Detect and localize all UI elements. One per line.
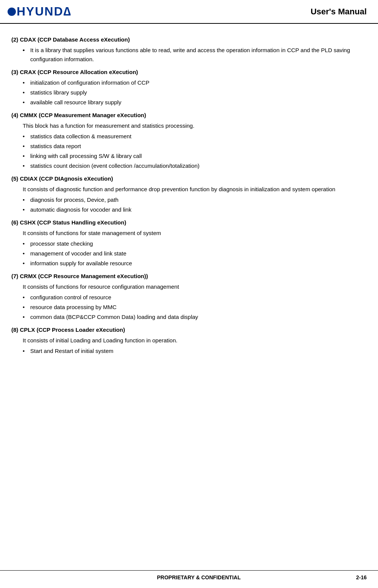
section-cmmx-bullets: statistics data collection & measurement… bbox=[23, 132, 367, 170]
page-title: User's Manual bbox=[311, 7, 367, 17]
section-crax-heading: (3) CRAX (CCP Resource Allocation eXecut… bbox=[11, 68, 367, 77]
section-cmmx: (4) CMMX (CCP Measurement Manager eXecut… bbox=[11, 111, 367, 170]
section-crmx-bullets: configuration control of resource resour… bbox=[23, 293, 367, 322]
list-item: automatic diagnosis for vocoder and link bbox=[23, 205, 367, 214]
list-item: statistics data report bbox=[23, 142, 367, 151]
section-cshx-bullets: processor state checking management of v… bbox=[23, 239, 367, 268]
logo: HYUND∆ bbox=[8, 5, 71, 19]
list-item: available call resource library supply bbox=[23, 98, 367, 107]
section-cplx: (8) CPLX (CCP Process Loader eXecution) … bbox=[11, 325, 367, 356]
section-crmx-desc: It consists of functions for resource co… bbox=[23, 282, 367, 291]
section-cdax-desc: • It is a library that supplies various … bbox=[23, 46, 367, 64]
footer-label: PROPRIETARY & CONFIDENTIAL bbox=[42, 574, 356, 580]
list-item: management of vocoder and link state bbox=[23, 249, 367, 258]
section-cdiax-heading: (5) CDIAX (CCP DIAgnosis eXecution) bbox=[11, 174, 367, 183]
list-item: initialization of configuration informat… bbox=[23, 78, 367, 87]
section-cplx-heading: (8) CPLX (CCP Process Loader eXecution) bbox=[11, 325, 367, 334]
list-item: configuration control of resource bbox=[23, 293, 367, 302]
page-content: (2) CDAX (CCP Database Access eXecution)… bbox=[0, 28, 378, 361]
section-cmmx-desc: This block has a function for measuremen… bbox=[23, 121, 367, 130]
section-cplx-bullets: Start and Restart of initial system bbox=[23, 347, 367, 356]
list-item: resource data processing by MMC bbox=[23, 303, 367, 312]
logo-text: HYUND∆ bbox=[17, 5, 71, 19]
section-cdiax-desc: It consists of diagnostic function and p… bbox=[23, 185, 367, 194]
section-cdax: (2) CDAX (CCP Database Access eXecution)… bbox=[11, 35, 367, 64]
section-cdax-heading: (2) CDAX (CCP Database Access eXecution) bbox=[11, 35, 367, 44]
logo-dot-icon bbox=[8, 8, 16, 16]
list-item: common data (BCP&CCP Common Data) loadin… bbox=[23, 313, 367, 322]
list-item: linking with call processing S/W & libra… bbox=[23, 152, 367, 161]
section-crmx-heading: (7) CRMX (CCP Resource Management eXecut… bbox=[11, 272, 367, 281]
list-item: diagnosis for process, Device, path bbox=[23, 195, 367, 204]
section-cdiax-bullets: diagnosis for process, Device, path auto… bbox=[23, 195, 367, 214]
section-cdiax: (5) CDIAX (CCP DIAgnosis eXecution) It c… bbox=[11, 174, 367, 214]
list-item: statistics library supply bbox=[23, 88, 367, 97]
page-footer: PROPRIETARY & CONFIDENTIAL 2-16 bbox=[0, 570, 378, 580]
section-crax: (3) CRAX (CCP Resource Allocation eXecut… bbox=[11, 68, 367, 107]
list-item: information supply for available resourc… bbox=[23, 259, 367, 268]
page-number: 2-16 bbox=[356, 574, 367, 580]
section-crax-bullets: initialization of configuration informat… bbox=[23, 78, 367, 107]
list-item: Start and Restart of initial system bbox=[23, 347, 367, 356]
section-cmmx-heading: (4) CMMX (CCP Measurement Manager eXecut… bbox=[11, 111, 367, 120]
section-crmx: (7) CRMX (CCP Resource Management eXecut… bbox=[11, 272, 367, 322]
section-cshx-heading: (6) CSHX (CCP Status Handling eXecution) bbox=[11, 218, 367, 227]
section-cplx-desc: It consists of initial Loading and Loadi… bbox=[23, 336, 367, 345]
section-cshx: (6) CSHX (CCP Status Handling eXecution)… bbox=[11, 218, 367, 268]
section-cdax-desc-wrapper: • It is a library that supplies various … bbox=[23, 46, 367, 64]
page-header: HYUND∆ User's Manual bbox=[0, 0, 378, 24]
list-item: processor state checking bbox=[23, 239, 367, 248]
section-cshx-desc: It consists of functions for state manag… bbox=[23, 229, 367, 238]
list-item: statistics count decision (event collect… bbox=[23, 161, 367, 170]
list-item: statistics data collection & measurement bbox=[23, 132, 367, 141]
